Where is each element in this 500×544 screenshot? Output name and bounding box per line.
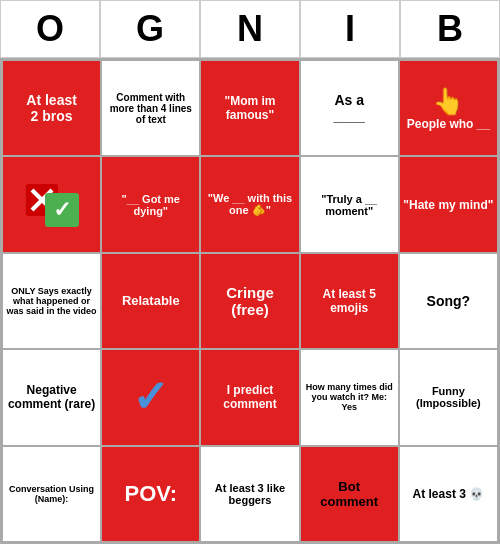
cell-r3c2[interactable]: Relatable [101,253,200,349]
header-g: G [100,0,200,58]
cell-r2c3-text: "We __ with this one 🫵" [204,192,295,217]
cell-r5c5[interactable]: At least 3 💀 [399,446,498,542]
cell-r1c5[interactable]: 👆 People who __ [399,60,498,156]
cell-r5c5-text: At least 3 💀 [413,487,485,501]
cell-r1c1-text: At least2 bros [26,92,77,124]
cell-r1c5-text: People who __ [407,117,490,131]
cell-r1c4[interactable]: As a____ [300,60,399,156]
bingo-grid: At least2 bros Comment with more than 4 … [0,58,500,544]
cell-r4c4[interactable]: How many times did you watch it? Me: Yes [300,349,399,445]
header-b: B [400,0,500,58]
cell-r1c4-text: As a____ [334,92,365,124]
cell-r3c4-text: At least 5 emojis [304,287,395,315]
cell-r2c3[interactable]: "We __ with this one 🫵" [200,156,299,252]
cell-r2c2-text: "__ Got me dying" [105,193,196,217]
header-n: N [200,0,300,58]
cell-r4c1-text: Negative comment (rare) [6,383,97,411]
blue-checkmark-icon: ✓ [132,375,169,419]
hand-icon: 👆 [432,86,464,117]
cell-r1c2[interactable]: Comment with more than 4 lines of text [101,60,200,156]
cell-r5c1-text: Conversation Using (Name): [6,484,97,504]
cell-r3c1[interactable]: ONLY Says exactly what happened or was s… [2,253,101,349]
cell-r2c1[interactable]: ✓ [2,156,101,252]
cell-r1c3[interactable]: "Mom im famous" [200,60,299,156]
cell-r4c5-text: Funny (Impossible) [403,385,494,409]
header-row: O G N I B [0,0,500,58]
cell-r1c2-text: Comment with more than 4 lines of text [105,92,196,125]
cell-r2c4-text: "Truly a __ moment" [304,193,395,217]
cell-r1c3-text: "Mom im famous" [204,94,295,122]
cell-r3c5-text: Song? [427,293,471,309]
cell-r5c3-text: At least 3 like beggers [204,482,295,506]
cell-r5c4-text: Botcomment [320,479,378,509]
cell-r5c3[interactable]: At least 3 like beggers [200,446,299,542]
cell-r2c2[interactable]: "__ Got me dying" [101,156,200,252]
cell-r4c3[interactable]: I predict comment [200,349,299,445]
header-i: I [300,0,400,58]
cell-r3c3[interactable]: Cringe(free) [200,253,299,349]
cell-r3c3-text: Cringe(free) [226,284,274,318]
cell-r3c4[interactable]: At least 5 emojis [300,253,399,349]
cell-r5c2[interactable]: POV: [101,446,200,542]
cell-r2c5-text: "Hate my mind" [403,198,493,212]
header-o: O [0,0,100,58]
cell-r4c4-text: How many times did you watch it? Me: Yes [304,382,395,412]
cell-r4c1[interactable]: Negative comment (rare) [2,349,101,445]
cell-r5c1[interactable]: Conversation Using (Name): [2,446,101,542]
cell-r3c1-text: ONLY Says exactly what happened or was s… [6,286,97,316]
green-check-icon: ✓ [45,193,79,227]
cell-r1c1[interactable]: At least2 bros [2,60,101,156]
bingo-card: O G N I B At least2 bros Comment with mo… [0,0,500,544]
cell-r5c2-text: POV: [125,481,178,507]
cell-r2c5[interactable]: "Hate my mind" [399,156,498,252]
cell-r4c2[interactable]: ✓ [101,349,200,445]
cell-r2c4[interactable]: "Truly a __ moment" [300,156,399,252]
cell-r4c3-text: I predict comment [204,383,295,411]
cell-r5c4[interactable]: Botcomment [300,446,399,542]
cell-r3c5[interactable]: Song? [399,253,498,349]
cell-r3c2-text: Relatable [122,293,180,308]
cell-r4c5[interactable]: Funny (Impossible) [399,349,498,445]
